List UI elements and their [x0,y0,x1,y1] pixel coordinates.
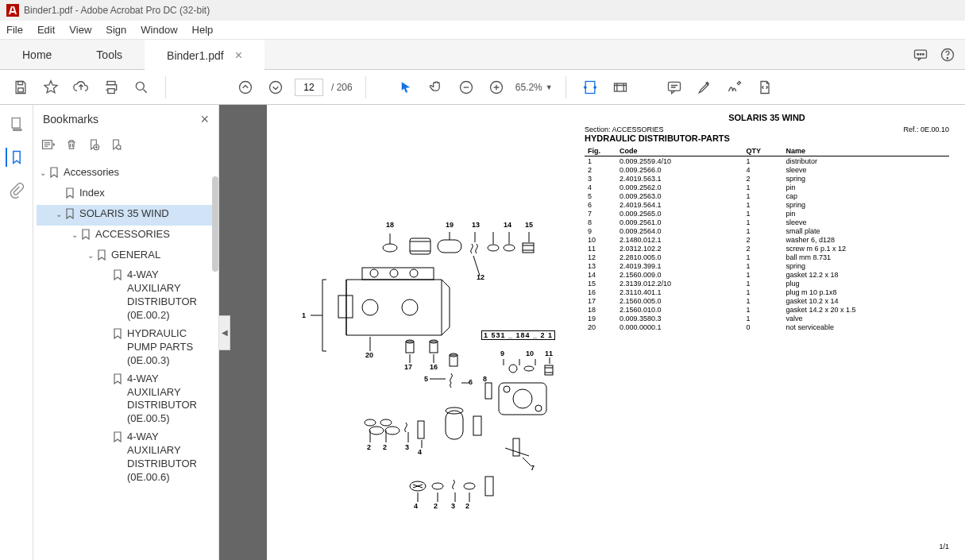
parts-table: Fig. Code QTY Name 10.009.2559.4/101dist… [585,146,949,331]
table-row: 112.0312.102.22screw m 6 p.1 x 12 [585,244,949,253]
svg-point-4 [923,53,924,55]
bookmarks-panel: Bookmarks × ⌄ Accessories Index ⌄ S [33,105,219,560]
titlebar-text: Binder1.pdf - Adobe Acrobat Pro DC (32-b… [24,5,210,16]
page-number-input[interactable] [295,79,323,96]
svg-point-56 [513,389,532,408]
svg-point-11 [136,82,144,90]
search-icon[interactable] [130,76,152,98]
page-number: 1/1 [939,543,949,550]
zoom-in-icon[interactable] [485,76,508,98]
svg-rect-36 [523,243,534,253]
svg-rect-74 [473,416,481,435]
bookmarks-tree: ⌄ Accessories Index ⌄ SOLARIS 35 WIND ⌄ … [33,159,218,560]
svg-rect-83 [513,438,519,456]
zoom-out-icon[interactable] [455,76,477,98]
table-row: 182.1560.010.01gasket 14.2 x 20 x 1.5 [585,305,949,314]
svg-point-30 [402,299,418,315]
table-row: 20.009.2566.04sleeve [585,165,949,174]
th-name: Name [782,146,949,156]
attachments-icon[interactable] [7,181,26,200]
svg-point-70 [385,427,400,434]
bookmark-icon [49,167,60,182]
options-icon[interactable] [41,138,56,154]
svg-point-12 [240,81,252,93]
comment-icon[interactable] [663,76,685,98]
bookmark-icon [113,269,124,284]
diagram-ref-box: 1 531 _ 184 _ 2 1 [481,330,555,340]
tree-node-general[interactable]: ⌄ GENERAL [37,246,215,267]
table-row: 32.4019.563.12spring [585,174,949,183]
caret-down-icon[interactable]: ⌄ [71,230,81,240]
tab-document[interactable]: Binder1.pdf × [145,40,264,69]
tree-node-leaf[interactable]: 4-WAY AUXILIARY DISTRIBUTOR (0E.00.5) [37,370,215,429]
caret-down-icon[interactable]: ⌄ [40,168,49,178]
close-panel-icon[interactable]: × [200,111,209,128]
sign-icon[interactable] [724,76,746,98]
tree-node-leaf[interactable]: 4-WAY AUXILIARY DISTRIBUTOR (0E.00.6) [37,428,215,487]
th-fig: Fig. [585,146,616,156]
find-bookmark-icon[interactable] [110,138,122,154]
tab-home[interactable]: Home [0,40,74,69]
tree-node-leaf[interactable]: HYDRAULIC PUMP PARTS (0E.00.3) [37,325,215,370]
collapse-panel-icon[interactable]: ◀ [219,315,230,350]
thumbnails-icon[interactable] [7,114,26,133]
upload-icon[interactable] [70,76,92,98]
help-icon[interactable] [940,47,955,63]
bookmarks-icon[interactable] [6,148,26,167]
add-bookmark-icon[interactable] [87,138,100,154]
svg-point-2 [917,53,919,55]
toolbar: / 206 65.2% ▼ [0,70,965,105]
menu-file[interactable]: File [6,24,23,36]
svg-rect-10 [108,88,114,93]
svg-point-61 [524,366,534,371]
star-icon[interactable] [40,76,62,98]
highlight-icon[interactable] [693,76,716,98]
tree-node-accessories2[interactable]: ⌄ ACCESSORIES [37,226,215,246]
tree-node-accessories[interactable]: ⌄ Accessories [37,164,215,184]
table-row: 40.009.2562.01pin [585,183,949,191]
menu-sign[interactable]: Sign [106,24,126,36]
th-code: Code [616,146,743,156]
stamp-icon[interactable] [754,76,776,98]
svg-rect-20 [13,129,21,131]
bookmark-icon [65,187,76,203]
table-row: 190.009.3580.31valve [585,314,949,322]
svg-point-23 [117,145,121,149]
svg-rect-16 [585,81,595,93]
tabbar: Home Tools Binder1.pdf × [0,40,965,70]
fit-page-icon[interactable] [609,76,631,98]
table-row: 152.3139.012.2/101plug [585,279,949,288]
menu-edit[interactable]: Edit [37,24,55,36]
bookmark-icon [113,373,124,388]
tab-tools[interactable]: Tools [74,40,145,69]
document-area: ◀ [219,105,965,560]
save-icon[interactable] [10,76,32,98]
fit-width-icon[interactable] [579,76,601,98]
page-up-icon[interactable] [234,76,257,98]
caret-down-icon[interactable]: ⌄ [56,209,65,219]
scrollbar-thumb[interactable] [212,176,218,272]
doc-header: SOLARIS 35 WIND Section: ACCESSORIES Ref… [585,113,949,143]
svg-rect-32 [410,238,430,254]
pdf-page: 18 19 13 14 15 12 1 20 17 16 5 6 8 9 10 … [267,105,965,560]
pointer-icon[interactable] [395,76,417,98]
bookmarks-title: Bookmarks [43,113,98,126]
close-icon[interactable]: × [235,48,242,63]
svg-point-6 [947,57,948,58]
th-qty: QTY [743,146,782,156]
svg-rect-18 [668,82,680,91]
tree-node-solaris[interactable]: ⌄ SOLARIS 35 WIND [37,205,215,226]
delete-icon[interactable] [65,138,78,154]
caret-down-icon[interactable]: ⌄ [87,250,97,261]
menu-help[interactable]: Help [192,24,214,36]
menu-window[interactable]: Window [141,24,177,36]
table-row: 50.009.2563.01cap [585,191,949,200]
print-icon[interactable] [100,76,122,98]
tree-node-index[interactable]: Index [37,184,215,205]
tree-node-leaf[interactable]: 4-WAY AUXILIARY DISTRIBUTOR (0E.00.2) [37,266,215,325]
page-down-icon[interactable] [264,76,287,98]
zoom-level[interactable]: 65.2% ▼ [515,82,553,93]
hand-icon[interactable] [425,76,447,98]
menu-view[interactable]: View [69,24,91,36]
chat-icon[interactable] [913,47,928,63]
